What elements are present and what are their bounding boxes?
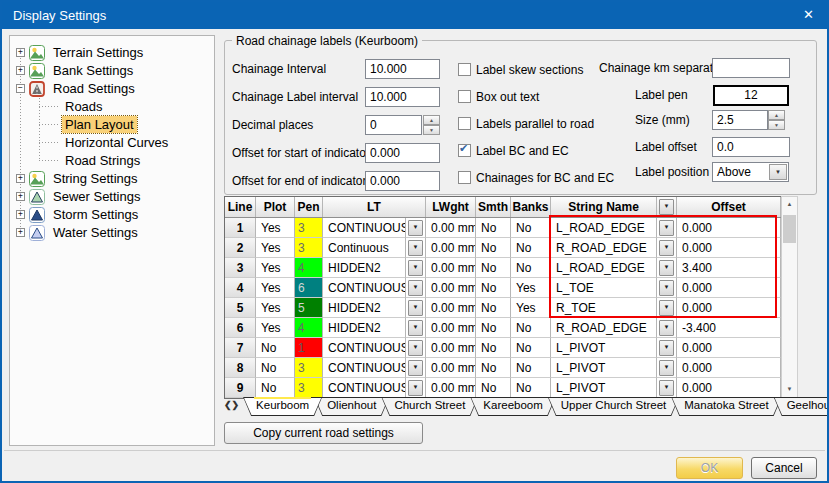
scroll-down-icon[interactable]: ▼	[782, 382, 797, 397]
cell-string_name[interactable]: L_ROAD_EDGE	[551, 258, 657, 278]
cell-banks[interactable]: No	[511, 238, 551, 258]
cell-plot[interactable]: Yes	[256, 298, 295, 318]
cell-banks[interactable]: Yes	[511, 278, 551, 298]
tree-item-terrain-settings[interactable]: +Terrain Settings	[10, 44, 214, 62]
cell-plot[interactable]: Yes	[256, 318, 295, 338]
cell-offset[interactable]: 0.000	[677, 218, 781, 238]
cell-banks[interactable]: Yes	[511, 298, 551, 318]
tree-item-roads[interactable]: Roads	[10, 98, 214, 116]
cell-pen[interactable]: 6	[295, 278, 323, 298]
cell-smth[interactable]: No	[476, 218, 511, 238]
spin-up-icon[interactable]: ▲	[768, 110, 785, 120]
title-bar[interactable]: Display Settings ✕	[2, 2, 827, 29]
tab-olienhout[interactable]: Olienhout	[314, 397, 389, 416]
spin-down-icon[interactable]: ▼	[768, 120, 785, 130]
expand-icon[interactable]: +	[16, 66, 25, 75]
cell-string_name[interactable]: L_ROAD_EDGE	[551, 218, 657, 238]
cell-banks[interactable]: No	[511, 318, 551, 338]
scroll-up-icon[interactable]: ▲	[782, 197, 797, 212]
cell-string_name[interactable]: R_ROAD_EDGE	[551, 238, 657, 258]
expand-icon[interactable]: +	[16, 210, 25, 219]
cell-lt[interactable]: HIDDEN2	[323, 258, 406, 278]
cell-smth[interactable]: No	[476, 378, 511, 398]
tree-item-storm-settings[interactable]: +Storm Settings	[10, 206, 214, 224]
ok-button[interactable]: OK	[676, 457, 743, 479]
dropdown-label-position[interactable]: Above▼	[712, 162, 789, 182]
row-header[interactable]: 6	[225, 318, 256, 338]
tree-item-sewer-settings[interactable]: +Sewer Settings	[10, 188, 214, 206]
cell-banks[interactable]: No	[511, 338, 551, 358]
cell-pen[interactable]: 3	[295, 378, 323, 398]
chevron-down-icon[interactable]: ▼	[657, 258, 677, 278]
cell-string_name[interactable]: R_ROAD_EDGE	[551, 318, 657, 338]
cell-string_name[interactable]: L_PIVOT	[551, 358, 657, 378]
chevron-down-icon[interactable]: ▼	[406, 358, 426, 378]
checkbox-labels-parallel-to-road[interactable]	[458, 117, 471, 130]
chevron-down-icon[interactable]: ▼	[657, 318, 677, 338]
cell-lwght[interactable]: 0.00 mm	[426, 238, 476, 258]
tree-item-road-settings[interactable]: −Road Settings	[10, 80, 214, 98]
chevron-down-icon[interactable]: ▼	[657, 278, 677, 298]
cell-offset[interactable]: 0.000	[677, 378, 781, 398]
cell-lt[interactable]: CONTINUOUS	[323, 338, 406, 358]
cell-lwght[interactable]: 0.00 mm	[426, 278, 476, 298]
cell-lt[interactable]: Continuous	[323, 238, 406, 258]
chevron-down-icon[interactable]: ▼	[406, 338, 426, 358]
cell-offset[interactable]: 0.000	[677, 338, 781, 358]
cell-lwght[interactable]: 0.00 mm	[426, 258, 476, 278]
input-chainage-km-separator[interactable]	[712, 58, 790, 78]
tree-item-horizontal-curves[interactable]: Horizontal Curves	[10, 134, 214, 152]
checkbox-label-bc-and-ec[interactable]: ✔	[458, 144, 471, 157]
chevron-down-icon[interactable]: ▼	[406, 258, 426, 278]
cell-pen[interactable]: 3	[295, 238, 323, 258]
cell-plot[interactable]: Yes	[256, 278, 295, 298]
row-header[interactable]: 7	[225, 338, 256, 358]
cell-smth[interactable]: No	[476, 258, 511, 278]
cell-pen[interactable]: 4	[295, 258, 323, 278]
tree-item-plan-layout[interactable]: Plan Layout	[10, 116, 214, 134]
cell-offset[interactable]: 0.000	[677, 238, 781, 258]
input-chainage-interval[interactable]	[365, 59, 440, 79]
chevron-down-icon[interactable]: ▼	[406, 218, 426, 238]
row-header[interactable]: 3	[225, 258, 256, 278]
chevron-down-icon[interactable]: ▼	[657, 218, 677, 238]
cell-banks[interactable]: No	[511, 218, 551, 238]
chevron-down-icon[interactable]: ▼	[406, 298, 426, 318]
cell-lt[interactable]: CONTINUOUS	[323, 278, 406, 298]
cell-string_name[interactable]: L_PIVOT	[551, 378, 657, 398]
cell-plot[interactable]: Yes	[256, 258, 295, 278]
cell-pen[interactable]: 5	[295, 298, 323, 318]
checkbox-box-out-text[interactable]	[458, 90, 471, 103]
cell-offset[interactable]: 0.000	[677, 358, 781, 378]
tab-upper-church-street[interactable]: Upper Church Street	[548, 397, 679, 416]
cell-smth[interactable]: No	[476, 298, 511, 318]
string-name-filter-button[interactable]: ▼	[657, 197, 677, 217]
expand-icon[interactable]: +	[16, 192, 25, 201]
chevron-down-icon[interactable]: ▼	[657, 338, 677, 358]
tab-keurboom[interactable]: Keurboom	[243, 397, 322, 416]
scrollbar-thumb[interactable]	[783, 215, 796, 243]
cell-lt[interactable]: CONTINUOUS	[323, 218, 406, 238]
cell-smth[interactable]: No	[476, 238, 511, 258]
col-header-string-name[interactable]: String Name	[551, 197, 657, 217]
chevron-down-icon[interactable]: ▼	[657, 378, 677, 398]
cell-lt[interactable]: CONTINUOUS	[323, 378, 406, 398]
cell-string_name[interactable]: L_TOE	[551, 278, 657, 298]
cell-plot[interactable]: No	[256, 338, 295, 358]
cell-banks[interactable]: No	[511, 258, 551, 278]
spin-up-icon[interactable]: ▲	[423, 115, 440, 125]
input-label-offset[interactable]	[712, 137, 790, 157]
cell-lt[interactable]: HIDDEN2	[323, 298, 406, 318]
chevron-down-icon[interactable]: ▼	[406, 318, 426, 338]
cell-smth[interactable]: No	[476, 278, 511, 298]
cell-string_name[interactable]: R_TOE	[551, 298, 657, 318]
input-offset-for-end-of-indicator[interactable]	[365, 171, 440, 191]
expand-icon[interactable]: +	[16, 174, 25, 183]
tree-item-road-strings[interactable]: Road Strings	[10, 152, 214, 170]
copy-road-settings-button[interactable]: Copy current road settings	[224, 422, 423, 444]
cancel-button[interactable]: Cancel	[751, 457, 817, 479]
spin-down-icon[interactable]: ▼	[423, 125, 440, 135]
cell-pen[interactable]: 3	[295, 218, 323, 238]
tab-manatoka-street[interactable]: Manatoka Street	[671, 397, 781, 416]
tree-item-string-settings[interactable]: +String Settings	[10, 170, 214, 188]
